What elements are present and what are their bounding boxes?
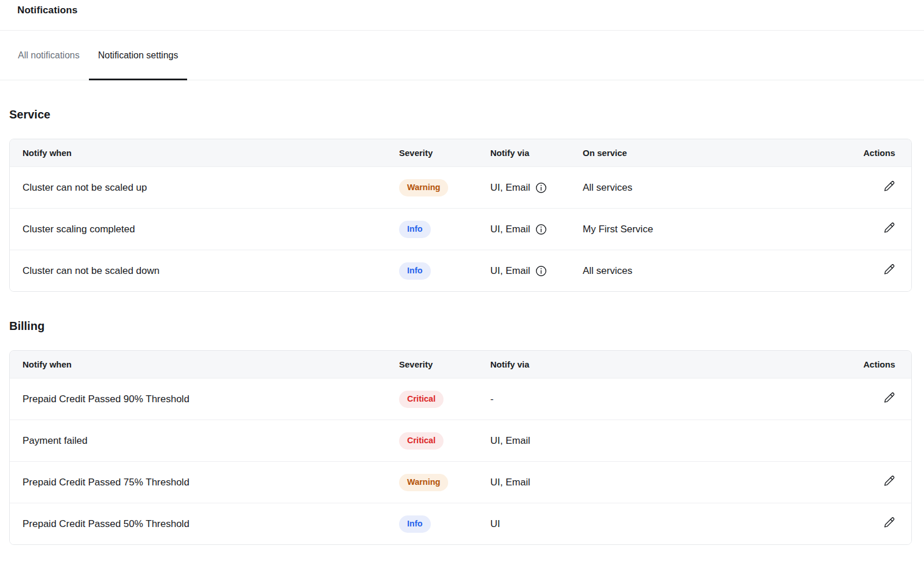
table-row: Cluster can not be scaled upWarningUI, E… [10,166,911,208]
notify-via-text: UI, Email [490,182,530,194]
severity-badge: Info [399,262,431,280]
notify-via-cell: UI, Email [490,265,583,277]
column-header-severity: Severity [399,148,490,158]
notify-via-text: UI, Email [490,224,530,235]
actions-cell [884,517,895,531]
notify-via-text: - [490,394,494,405]
edit-button[interactable] [884,392,895,403]
content: Service Notify whenSeverityNotify viaOn … [0,108,924,545]
pencil-icon [884,392,895,403]
section-title-billing: Billing [9,320,912,333]
severity-cell: Critical [399,391,490,408]
column-header-on-service: On service [583,148,860,158]
pencil-icon [884,180,895,192]
severity-cell: Info [399,221,490,238]
info-icon[interactable] [535,265,547,277]
tabs-bar: All notifications Notification settings [0,31,924,80]
table-row: Prepaid Credit Passed 75% ThresholdWarni… [10,461,911,503]
notify-via-cell: UI, Email [490,435,860,447]
edit-button[interactable] [884,475,895,487]
actions-cell [884,475,895,489]
edit-button[interactable] [884,517,895,528]
notify-when-cell: Cluster can not be scaled down [23,265,399,277]
severity-cell: Warning [399,179,490,196]
notify-via-cell: UI [490,518,860,530]
actions-cell [884,222,895,236]
pencil-icon [884,475,895,487]
severity-badge: Warning [399,179,448,196]
notify-via-text: UI, Email [490,435,530,447]
actions-cell [884,180,895,195]
severity-cell: Info [399,262,490,280]
notify-via-text: UI, Email [490,265,530,277]
actions-cell [884,264,895,278]
severity-cell: Warning [399,474,490,491]
table-header-row: Notify whenSeverityNotify viaActions [10,351,911,378]
table-row: Payment failedCriticalUI, Email [10,420,911,461]
notify-via-text: UI, Email [490,477,530,488]
pencil-icon [884,264,895,275]
severity-badge: Critical [399,391,444,408]
service-table: Notify whenSeverityNotify viaOn serviceA… [9,139,912,292]
info-icon[interactable] [535,181,547,194]
on-service-cell: All services [583,182,860,194]
notify-via-cell: UI, Email [490,181,583,194]
table-row: Prepaid Credit Passed 90% ThresholdCriti… [10,378,911,420]
severity-cell: Info [399,515,490,533]
severity-badge: Critical [399,432,444,450]
notifications-page: Notifications All notifications Notifica… [0,0,924,545]
notify-when-cell: Cluster scaling completed [23,224,399,235]
notify-via-text: UI [490,518,500,530]
page-title: Notifications [17,5,907,16]
actions-cell [884,392,895,406]
notify-when-cell: Cluster can not be scaled up [23,182,399,194]
notify-when-cell: Prepaid Credit Passed 90% Threshold [23,394,399,405]
page-header: Notifications [0,0,924,31]
table-header-row: Notify whenSeverityNotify viaOn serviceA… [10,139,911,166]
edit-button[interactable] [884,180,895,192]
severity-badge: Info [399,221,431,238]
table-row: Cluster can not be scaled downInfoUI, Em… [10,250,911,291]
pencil-icon [884,517,895,528]
table-row: Prepaid Credit Passed 50% ThresholdInfoU… [10,503,911,544]
billing-table: Notify whenSeverityNotify viaActionsPrep… [9,350,912,545]
tab-all-notifications[interactable]: All notifications [9,31,89,80]
severity-badge: Warning [399,474,448,491]
severity-badge: Info [399,515,431,533]
column-header-notify-when: Notify when [23,148,399,158]
column-header-notify-via: Notify via [490,359,860,369]
tab-notification-settings[interactable]: Notification settings [89,31,188,80]
notify-via-cell: - [490,394,860,405]
notify-when-cell: Payment failed [23,435,399,447]
table-row: Cluster scaling completedInfoUI, Email M… [10,208,911,250]
on-service-cell: All services [583,265,860,277]
edit-button[interactable] [884,222,895,233]
edit-button[interactable] [884,264,895,275]
notify-when-cell: Prepaid Credit Passed 50% Threshold [23,518,399,530]
info-icon[interactable] [535,223,547,235]
column-header-actions: Actions [863,359,895,369]
column-header-notify-via: Notify via [490,148,583,158]
notify-via-cell: UI, Email [490,477,860,488]
on-service-cell: My First Service [583,224,860,235]
notify-via-cell: UI, Email [490,223,583,235]
severity-cell: Critical [399,432,490,450]
column-header-severity: Severity [399,359,490,369]
column-header-actions: Actions [863,148,895,158]
column-header-notify-when: Notify when [23,359,399,369]
notify-when-cell: Prepaid Credit Passed 75% Threshold [23,477,399,488]
section-title-service: Service [9,108,912,121]
pencil-icon [884,222,895,233]
